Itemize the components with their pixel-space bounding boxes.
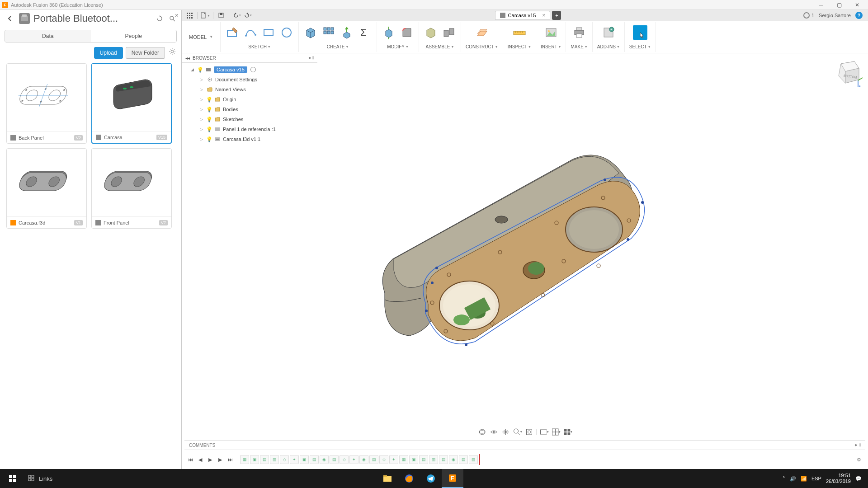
close-tab-button[interactable]: ×: [542, 12, 545, 19]
upload-button[interactable]: Upload: [94, 47, 123, 59]
timeline-feature[interactable]: ◉: [449, 455, 458, 464]
tree-node[interactable]: ▷ 💡 Panel 1 de referencia :1: [182, 124, 317, 134]
redo-button[interactable]: ▾: [243, 11, 253, 20]
timeline-feature[interactable]: ▣: [409, 455, 418, 464]
fit-icon[interactable]: [525, 427, 534, 436]
system-tray[interactable]: ˄ 🔊 📶 ESP 19:51 26/03/2019 💬: [783, 473, 866, 484]
grid-app-button[interactable]: [184, 11, 194, 20]
viewport[interactable]: ◂◂ BROWSER ●⦀ ◢ 💡 Carcasa v15 ▷: [182, 53, 868, 469]
comments-bar[interactable]: COMMENTS ●⦀: [184, 440, 865, 450]
print-icon[interactable]: [572, 25, 586, 40]
expand-arrow-icon[interactable]: ▷: [200, 107, 204, 112]
sigma-icon[interactable]: Σ: [358, 25, 372, 40]
display-settings-icon[interactable]: ▾: [540, 427, 549, 436]
timeline-feature[interactable]: ▦: [399, 455, 408, 464]
select-icon[interactable]: [633, 25, 647, 40]
new-folder-button[interactable]: New Folder: [126, 47, 165, 59]
timeline-feature[interactable]: ▤: [260, 455, 269, 464]
grid-icon[interactable]: ▾: [552, 427, 561, 436]
joint-icon[interactable]: [442, 25, 456, 40]
refresh-button[interactable]: [155, 14, 164, 23]
tab-data[interactable]: Data: [5, 30, 91, 42]
tree-node[interactable]: ▷ 💡 Origin: [182, 94, 317, 104]
design-card[interactable]: Front Panel V7: [91, 148, 172, 229]
pattern-icon[interactable]: [321, 25, 336, 40]
visibility-icon[interactable]: 💡: [207, 107, 212, 112]
design-card[interactable]: Carcasa.f3d V1: [6, 148, 87, 229]
tree-root[interactable]: ◢ 💡 Carcasa v15: [182, 65, 317, 75]
design-card[interactable]: Back Panel V2: [6, 63, 87, 144]
workspace-switcher[interactable]: MODEL ▼: [182, 22, 221, 52]
timeline-feature[interactable]: ✦: [290, 455, 299, 464]
undo-button[interactable]: ▾: [232, 11, 242, 20]
viewport-icon[interactable]: ▾: [563, 427, 572, 436]
resize-handle[interactable]: ⦀: [312, 55, 314, 61]
notifications-icon[interactable]: 💬: [855, 476, 862, 482]
timeline-feature[interactable]: ▥: [270, 455, 279, 464]
timeline-feature[interactable]: ▣: [300, 455, 309, 464]
visibility-icon[interactable]: 💡: [207, 117, 212, 122]
clock[interactable]: 19:51 26/03/2019: [826, 473, 851, 484]
timeline-next-button[interactable]: ▶: [216, 455, 224, 464]
tray-expand-icon[interactable]: ˄: [783, 476, 785, 482]
tree-node[interactable]: ▷ 💡 Carcasa.f3d v1:1: [182, 134, 317, 144]
file-explorer-icon[interactable]: [377, 469, 398, 488]
timeline-options-button[interactable]: ⚙: [854, 455, 863, 464]
circle-icon[interactable]: [279, 25, 294, 40]
visibility-icon[interactable]: 💡: [207, 97, 212, 102]
timeline-start-button[interactable]: ⏮: [186, 455, 194, 464]
timeline-feature[interactable]: ▤: [459, 455, 468, 464]
back-button[interactable]: [5, 13, 15, 24]
maximize-button[interactable]: ▢: [830, 0, 848, 9]
timeline-feature[interactable]: ◉: [359, 455, 368, 464]
timeline-play-button[interactable]: ▶: [206, 455, 214, 464]
fillet-icon[interactable]: [400, 25, 414, 40]
pan-icon[interactable]: [501, 427, 510, 436]
timeline-feature[interactable]: ◇: [340, 455, 349, 464]
active-ring-icon[interactable]: [250, 67, 256, 72]
timeline-feature[interactable]: ▥: [469, 455, 478, 464]
fusion-icon[interactable]: F: [442, 469, 463, 488]
timeline-feature[interactable]: ▤: [439, 455, 448, 464]
tree-node[interactable]: ▷ Document Settings: [182, 75, 317, 84]
timeline-feature[interactable]: ▤: [330, 455, 339, 464]
insert-icon[interactable]: [544, 25, 558, 40]
user-name[interactable]: Sergio Sartore: [819, 13, 851, 18]
new-tab-button[interactable]: +: [552, 11, 561, 20]
collapse-arrow-icon[interactable]: ◢: [191, 67, 195, 72]
expand-arrow-icon[interactable]: ▷: [200, 127, 204, 131]
measure-icon[interactable]: [512, 25, 527, 40]
tree-node[interactable]: ▷ 💡 Bodies: [182, 104, 317, 114]
expand-arrow-icon[interactable]: ▷: [200, 117, 204, 122]
zoom-icon[interactable]: ▾: [513, 427, 522, 436]
visibility-icon[interactable]: 💡: [207, 127, 212, 132]
timeline-end-button[interactable]: ⏭: [226, 455, 234, 464]
file-menu-button[interactable]: ▼: [200, 11, 210, 20]
expand-arrow-icon[interactable]: ▷: [200, 137, 204, 141]
resize-handle[interactable]: ⦀: [859, 442, 861, 448]
language-indicator[interactable]: ESP: [811, 476, 821, 481]
extrude-icon[interactable]: [340, 25, 354, 40]
press-pull-icon[interactable]: [382, 25, 396, 40]
tab-people[interactable]: People: [91, 30, 177, 42]
network-icon[interactable]: 📶: [801, 476, 807, 482]
visibility-icon[interactable]: 💡: [207, 136, 212, 142]
timeline-feature[interactable]: ▣: [250, 455, 259, 464]
tree-node[interactable]: ▷ Named Views: [182, 84, 317, 94]
settings-button[interactable]: [168, 47, 177, 56]
collapse-icon[interactable]: ◂◂: [185, 56, 190, 61]
expand-arrow-icon[interactable]: ▷: [200, 77, 204, 82]
help-button[interactable]: ?: [855, 12, 863, 19]
timeline-feature[interactable]: ▤: [419, 455, 428, 464]
orbit-icon[interactable]: [478, 427, 487, 436]
expand-arrow-icon[interactable]: ▷: [200, 97, 204, 102]
timeline-prev-button[interactable]: ◀: [196, 455, 204, 464]
visibility-icon[interactable]: 💡: [198, 67, 203, 72]
telegram-icon[interactable]: [420, 469, 442, 488]
minimize-button[interactable]: ─: [812, 0, 830, 9]
timeline-feature[interactable]: ▤: [369, 455, 378, 464]
timeline-operations[interactable]: ▦ ▣ ▤ ▥ ◇ ✦ ▣ ▤ ◉ ▤ ◇ ✦ ◉ ▤ ◇ ✦ ▦: [240, 454, 853, 465]
job-status[interactable]: 1: [803, 12, 814, 19]
look-icon[interactable]: [490, 427, 499, 436]
document-tab[interactable]: Carcasa v15 ×: [495, 11, 551, 20]
